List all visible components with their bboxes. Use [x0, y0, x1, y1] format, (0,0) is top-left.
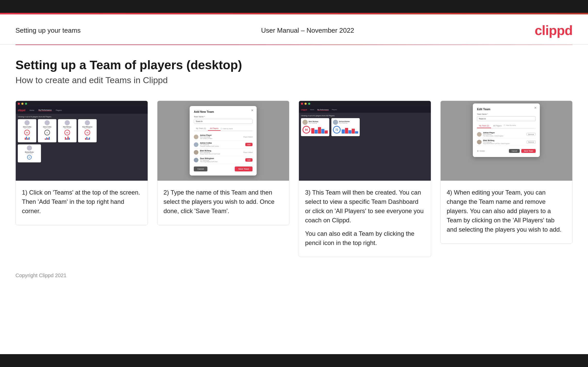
dialog-player1-club: Plus HandicapThe Shire London	[200, 136, 243, 139]
ss1-players-grid: Adrian Coliba Player Quality 84	[18, 119, 146, 142]
ss3-content: Viewing 4 out of 8 players from All Play…	[299, 113, 431, 138]
ss1-dot-red	[18, 103, 20, 105]
dialog-player3-info: Blair McHarg Plus HandicapRoyal North De…	[200, 150, 243, 155]
card-3-step-text-1: 3) This Team will then be created. You c…	[305, 188, 425, 225]
main-content: Setting up a Team of players (desktop) H…	[0, 45, 588, 267]
ss1-bar	[47, 138, 48, 140]
edit-dialog-tab-allplayers[interactable]: All Players	[491, 124, 504, 128]
edit-player1-name: Adrian Player	[483, 132, 526, 134]
edit-player1-club: Plus HandicapThe Shire London, United Ki…	[483, 134, 526, 137]
dialog-save-btn[interactable]: Save Team	[235, 167, 253, 171]
card-1-step-text: 1) Click on 'Teams' at the top of the sc…	[22, 189, 140, 214]
ss3-bar	[348, 130, 351, 134]
dialog-player3-name: Blair McHarg	[200, 150, 243, 152]
dialog-player2-avatar	[194, 142, 198, 147]
dialog-close-icon[interactable]: ✕	[251, 109, 254, 112]
ss1-nav-logo: clippd	[18, 109, 25, 112]
ss1-bar	[46, 137, 47, 140]
ss1-player3-sub: Player Quality	[64, 128, 71, 129]
screenshot-3: clippd Home My Performance Players Viewi…	[299, 101, 431, 181]
dialog-filter: ☐ Filter by name	[221, 126, 233, 131]
ss3-player1-avatar	[303, 120, 308, 125]
ss1-bar	[25, 138, 26, 140]
ss3-player2-chart	[342, 126, 358, 134]
dialog-cancel-btn[interactable]: Cancel	[194, 167, 207, 171]
ss3-bar	[342, 129, 345, 134]
edit-cancel-btn[interactable]: Cancel	[509, 149, 520, 153]
copyright-text: Copyright Clippd 2021	[15, 273, 66, 278]
ss1-player4-score: 78	[85, 130, 90, 135]
ss3-bar	[345, 128, 348, 134]
ss3-bar	[355, 131, 358, 134]
header-center-text: User Manual – November 2022	[261, 27, 354, 34]
ss1-bar	[65, 137, 66, 140]
ss3-player1-chart	[311, 126, 328, 134]
edit-dialog-filter: ☐ Filter by name	[504, 124, 516, 127]
ss3-player1-header: Blair McHarg Plus Handicap	[303, 120, 328, 125]
ss1-player3-bars	[65, 136, 70, 140]
ss1-player5-score: 72	[27, 155, 32, 160]
edit-dialog-team-name-input[interactable]	[477, 116, 536, 121]
ss1-bar	[88, 138, 89, 140]
edit-delete-btn[interactable]: 🗑 Delete	[477, 150, 485, 152]
ss1-content: Viewing 4 out of 8 players from All Play…	[16, 114, 148, 164]
dialog-tab-allplayers[interactable]: All Players	[208, 126, 221, 131]
edit-player2-remove-btn[interactable]: Remove	[526, 141, 536, 144]
ss1-nav: clippd Home My Performance Players	[16, 107, 148, 114]
dialog-tabs: My Team (2) All Players ☐ Filter by name	[194, 126, 253, 131]
edit-player2-info: Blair McHarg Plus HandicapRoyal North De…	[483, 139, 526, 144]
screenshot-1: clippd Home My Performance Players Viewi…	[16, 101, 148, 181]
ss1-bar	[85, 138, 86, 140]
dialog-team-name-label: Team Name *	[194, 116, 253, 118]
dialog-footer: Cancel Save Team	[194, 167, 253, 171]
screenshot-4: Edit Team ✕ Team Name * My Team (2) All …	[441, 101, 573, 181]
ss1-player2-sub: Player Quality	[44, 128, 51, 129]
ss3-player2-info: Richard Butler Plus Handicap	[339, 121, 350, 124]
dialog-player4-add-btn[interactable]: Add	[245, 158, 253, 162]
ss3-bar	[325, 130, 328, 134]
ss1-bar	[69, 138, 70, 140]
edit-save-btn[interactable]: Save Team	[521, 149, 536, 153]
ss1-player3-avatar	[65, 120, 70, 125]
dialog-player-list: Adrian Player Plus HandicapThe Shire Lon…	[194, 133, 253, 164]
edit-filter-label: Filter by name	[506, 125, 516, 126]
edit-filter-checkbox: ☐	[504, 124, 505, 126]
dialog-player2-name: Adrian Coliba	[200, 142, 245, 144]
filter-checkbox: ☐	[221, 128, 222, 129]
dialog-player3-avatar	[194, 150, 198, 155]
dialog-player1-info: Adrian Player Plus HandicapThe Shire Lon…	[200, 134, 243, 139]
card-1-text: 1) Click on 'Teams' at the top of the sc…	[16, 181, 148, 225]
dialog-player2-add-btn[interactable]: Add	[245, 143, 253, 146]
ss3-dot-green	[308, 103, 310, 105]
dialog-player4-name: Dave Billingham	[200, 158, 245, 159]
ss3-dot-red	[301, 103, 303, 105]
ss3-player2-avatar	[333, 120, 338, 125]
ss3-nav-logo: clippd	[301, 109, 307, 111]
ss1-player2-bars	[45, 136, 50, 140]
edit-footer-right: Cancel Save Team	[509, 149, 536, 153]
edit-dialog-tabs: My Team (2) All Players ☐ Filter by name	[477, 124, 536, 128]
edit-player2-club: Plus HandicapRoyal North Devon Golf Club…	[483, 141, 526, 144]
dialog-player-item-2: Adrian Coliba 1.5 HandicapCentral London…	[194, 141, 253, 148]
dialog-title: Add New Team	[194, 110, 253, 113]
edit-player2-avatar	[477, 140, 482, 144]
ss3-bar	[318, 127, 321, 134]
card-2: Add New Team ✕ Team Name * My Team (2) A…	[157, 101, 290, 225]
clippd-logo: clippd	[535, 23, 573, 38]
ss1-player1-sub: Player Quality	[24, 128, 30, 129]
edit-player1-remove-btn[interactable]: Remove	[526, 133, 536, 136]
ss1-player-card-4: Dave Billingham Player Quality 78	[78, 119, 97, 142]
edit-dialog-tab-myteam[interactable]: My Team (2)	[477, 124, 491, 128]
ss1-bar	[26, 137, 27, 140]
edit-dialog-close-icon[interactable]: ✕	[534, 106, 537, 110]
dialog-team-name-input[interactable]	[194, 119, 253, 124]
ss1-bar	[27, 138, 28, 140]
dialog-tab-myteam[interactable]: My Team (2)	[194, 126, 208, 131]
ss3-nav-teams: My Performance	[317, 109, 329, 111]
ss3-label: Viewing 4 out of 8 players from All Play…	[301, 115, 429, 117]
page-footer: Copyright Clippd 2021	[0, 267, 588, 284]
top-bar	[0, 0, 588, 13]
ss3-nav: clippd Home My Performance Players	[299, 107, 431, 113]
ss3-bar	[321, 129, 324, 134]
ss1-player4-sub: Player Quality	[84, 128, 91, 129]
